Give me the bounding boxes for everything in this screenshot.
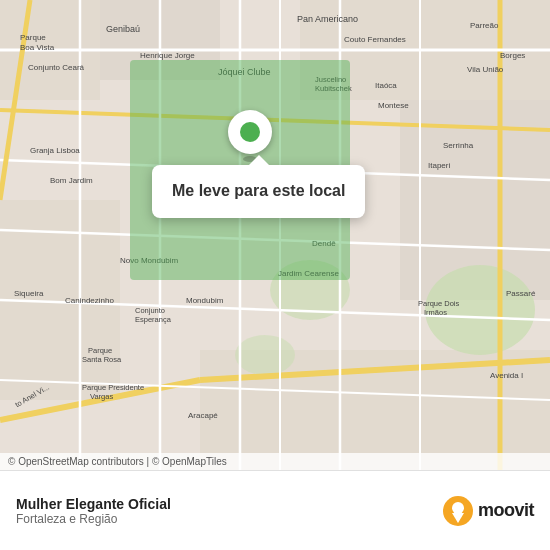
svg-text:Siqueira: Siqueira (14, 289, 44, 298)
moovit-text: moovit (478, 500, 534, 521)
svg-text:Aracapé: Aracapé (188, 411, 218, 420)
callout-text: Me leve para este local (172, 182, 345, 199)
svg-text:Genibaú: Genibaú (106, 24, 140, 34)
svg-text:Mondubim: Mondubim (186, 296, 224, 305)
svg-text:Esperança: Esperança (135, 315, 172, 324)
svg-text:Montese: Montese (378, 101, 409, 110)
location-info: Mulher Elegante Oficial Fortaleza e Regi… (16, 496, 430, 526)
svg-point-9 (235, 335, 295, 375)
pin-inner (240, 122, 260, 142)
svg-text:Parque: Parque (20, 33, 46, 42)
svg-text:Bom Jardim: Bom Jardim (50, 176, 93, 185)
svg-text:Boa Vista: Boa Vista (20, 43, 55, 52)
svg-text:Itaóca: Itaóca (375, 81, 397, 90)
attribution-text: © OpenStreetMap contributors | © OpenMap… (8, 456, 227, 467)
location-subtitle: Fortaleza e Região (16, 512, 430, 526)
svg-text:Granja Lisboa: Granja Lisboa (30, 146, 80, 155)
map-container: Pan Americano Parque Boa Vista Genibaú H… (0, 0, 550, 470)
svg-text:Santa Rosa: Santa Rosa (82, 355, 122, 364)
svg-text:Parque: Parque (88, 346, 112, 355)
map-callout[interactable]: Me leve para este local (152, 165, 365, 218)
moovit-icon (442, 495, 474, 527)
svg-text:Passaré: Passaré (506, 289, 536, 298)
svg-text:Irmãos: Irmãos (424, 308, 447, 317)
svg-text:Parque Presidente: Parque Presidente (82, 383, 144, 392)
svg-text:Vargas: Vargas (90, 392, 113, 401)
svg-point-64 (452, 502, 464, 514)
svg-text:Pan Americano: Pan Americano (297, 14, 358, 24)
svg-text:Canindezinho: Canindezinho (65, 296, 114, 305)
svg-text:Itaperi: Itaperi (428, 161, 450, 170)
svg-text:Avenida I: Avenida I (490, 371, 523, 380)
svg-text:Serrinha: Serrinha (443, 141, 474, 150)
map-attribution: © OpenStreetMap contributors | © OpenMap… (0, 453, 550, 470)
svg-text:Henrique Jorge: Henrique Jorge (140, 51, 195, 60)
bottom-bar: Mulher Elegante Oficial Fortaleza e Regi… (0, 470, 550, 550)
svg-text:Conjunto: Conjunto (135, 306, 165, 315)
svg-text:Parque Dois: Parque Dois (418, 299, 460, 308)
moovit-logo: moovit (442, 495, 534, 527)
svg-text:Conjunto Ceará: Conjunto Ceará (28, 63, 85, 72)
svg-text:Borges: Borges (500, 51, 525, 60)
svg-text:Parreão: Parreão (470, 21, 499, 30)
svg-text:Couto Fernandes: Couto Fernandes (344, 35, 406, 44)
svg-text:Vila União: Vila União (467, 65, 504, 74)
location-title: Mulher Elegante Oficial (16, 496, 430, 512)
pin-outer (228, 110, 272, 154)
